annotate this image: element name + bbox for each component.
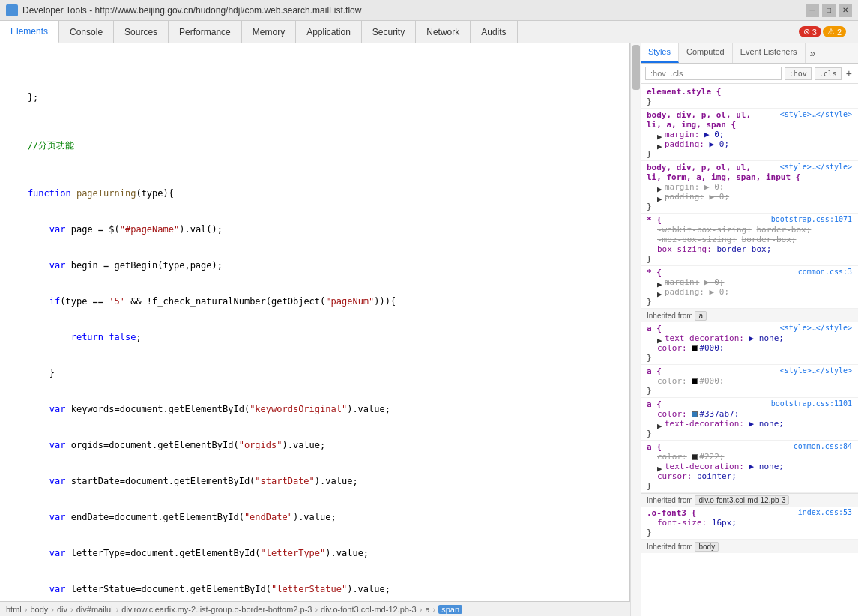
inherited-tag-body[interactable]: body bbox=[695, 542, 719, 552]
tab-elements[interactable]: Elements bbox=[0, 21, 59, 43]
breadcrumb-html[interactable]: html bbox=[6, 605, 22, 614]
style-selector-row: <style>…</style> body, div, p, ol, ul, bbox=[647, 110, 852, 120]
style-close-brace: } bbox=[647, 97, 852, 106]
minimize-button[interactable]: ─ bbox=[806, 4, 819, 17]
inherited-from-div: Inherited from div.o-font3.col-md-12.pb-… bbox=[641, 493, 858, 507]
code-line: //分页功能 bbox=[0, 139, 629, 151]
style-prop: ▶ padding: ▶ 0; bbox=[647, 287, 852, 297]
code-line: return false; bbox=[0, 331, 629, 343]
code-line: } bbox=[0, 367, 629, 379]
maximize-button[interactable]: □ bbox=[822, 4, 836, 17]
tab-security[interactable]: Security bbox=[362, 21, 416, 43]
style-rule-body2: <style>…</style> body, div, p, ol, ul, l… bbox=[641, 161, 858, 214]
tab-audits-label: Audits bbox=[481, 27, 506, 37]
code-line: var letterStatue=document.getElementById… bbox=[0, 583, 629, 595]
styles-panel: Styles Computed Event Listeners » :hov .… bbox=[641, 43, 858, 616]
tab-application[interactable]: Application bbox=[296, 21, 362, 43]
style-close-brace: } bbox=[647, 429, 852, 438]
expand-icon[interactable]: ▶ bbox=[657, 464, 663, 470]
style-source-link[interactable]: bootstrap.css:1071 bbox=[771, 215, 852, 223]
scroll-thumb[interactable] bbox=[632, 45, 640, 90]
tab-memory-label: Memory bbox=[253, 27, 285, 37]
tab-network[interactable]: Network bbox=[416, 21, 471, 43]
style-selector-row: index.css:53 .o-font3 { bbox=[647, 508, 852, 518]
filter-input[interactable] bbox=[645, 67, 782, 80]
style-rule-body1: <style>…</style> body, div, p, ol, ul, l… bbox=[641, 109, 858, 161]
style-rule-ofont3: index.css:53 .o-font3 { font-size: 16px;… bbox=[641, 507, 858, 540]
error-badges-container: ⊗ 3 ⚠ 2 bbox=[799, 21, 858, 43]
inherited-tag-div[interactable]: div.o-font3.col-md-12.pb-3 bbox=[695, 495, 789, 505]
tab-styles[interactable]: Styles bbox=[641, 43, 679, 63]
color-swatch bbox=[692, 378, 698, 384]
filter-cls-button[interactable]: .cls bbox=[815, 67, 842, 80]
inherited-tag-a[interactable]: a bbox=[695, 311, 707, 321]
style-close-brace: } bbox=[647, 297, 852, 307]
warning-icon: ⚠ bbox=[827, 27, 835, 37]
expand-icon[interactable]: ▶ bbox=[657, 184, 663, 190]
breadcrumb-div[interactable]: div bbox=[57, 605, 67, 614]
style-close-brace: } bbox=[647, 528, 852, 537]
styles-tabs: Styles Computed Event Listeners » bbox=[641, 43, 858, 64]
title-bar: Developer Tools - http://www.beijing.gov… bbox=[0, 0, 858, 21]
style-source-link[interactable]: index.css:53 bbox=[798, 508, 852, 516]
expand-icon[interactable]: ▶ bbox=[657, 336, 663, 342]
filter-hov-button[interactable]: :hov bbox=[785, 67, 812, 80]
filter-add-button[interactable]: + bbox=[845, 67, 854, 79]
styles-more-button[interactable]: » bbox=[806, 43, 821, 63]
style-source-link[interactable]: <style>…</style> bbox=[780, 163, 852, 171]
tab-event-listeners[interactable]: Event Listeners bbox=[733, 43, 806, 63]
code-line: var startDate=document.getElementById("s… bbox=[0, 475, 629, 487]
breadcrumb-div-ofont[interactable]: div.o-font3.col-md-12.pb-3 bbox=[321, 605, 417, 614]
style-prop: ▶ text-decoration: ▶ none; bbox=[647, 333, 852, 343]
main-area: }; //分页功能 function pageTurning(type){ va… bbox=[0, 43, 858, 616]
tab-sources[interactable]: Sources bbox=[114, 21, 169, 43]
tab-bar: Elements Console Sources Performance Mem… bbox=[0, 21, 858, 43]
error-badge[interactable]: ⊗ 3 bbox=[799, 26, 821, 37]
style-prop: ▶ margin: ▶ 0; bbox=[647, 277, 852, 287]
style-selector-row2: li, a, img, span { bbox=[647, 120, 852, 130]
style-prop: ▶ padding: ▶ 0; bbox=[647, 192, 852, 202]
style-prop: color: #000; bbox=[647, 376, 852, 386]
breadcrumb-a[interactable]: a bbox=[425, 605, 429, 614]
tab-computed[interactable]: Computed bbox=[679, 43, 733, 63]
tab-console[interactable]: Console bbox=[59, 21, 114, 43]
style-prop: cursor: pointer; bbox=[647, 471, 852, 481]
styles-content[interactable]: element.style { } <style>…</style> body,… bbox=[641, 84, 858, 616]
breadcrumb-body[interactable]: body bbox=[30, 605, 48, 614]
warning-badge[interactable]: ⚠ 2 bbox=[823, 26, 846, 37]
style-prop: color: #337ab7; bbox=[647, 409, 852, 419]
color-swatch bbox=[692, 345, 698, 351]
style-close-brace: } bbox=[647, 202, 852, 211]
tab-memory[interactable]: Memory bbox=[242, 21, 296, 43]
tab-elements-label: Elements bbox=[10, 26, 48, 37]
expand-icon[interactable]: ▶ bbox=[657, 280, 663, 286]
style-selector-row: common.css:3 * { bbox=[647, 268, 852, 277]
breadcrumb-span[interactable]: span bbox=[438, 605, 462, 614]
breadcrumb-div-mailul[interactable]: div#mailul bbox=[76, 605, 113, 614]
expand-icon[interactable]: ▶ bbox=[657, 194, 663, 200]
style-source-link[interactable]: <style>…</style> bbox=[780, 366, 852, 375]
tab-audits[interactable]: Audits bbox=[471, 21, 517, 43]
code-panel[interactable]: }; //分页功能 function pageTurning(type){ va… bbox=[0, 43, 630, 601]
style-source-link[interactable]: <style>…</style> bbox=[780, 324, 852, 332]
style-close-brace: } bbox=[647, 254, 852, 264]
code-line: var letterType=document.getElementById("… bbox=[0, 547, 629, 559]
style-prop: ▶ margin: ▶ 0; bbox=[647, 182, 852, 192]
breadcrumb-div-row[interactable]: div.row.clearfix.my-2.list-group.o-borde… bbox=[121, 605, 312, 614]
style-source-link[interactable]: <style>…</style> bbox=[780, 110, 852, 118]
style-selector-row2: li, form, a, img, span, input { bbox=[647, 172, 852, 182]
tab-application-label: Application bbox=[306, 27, 351, 37]
style-selector-row: <style>…</style> a { bbox=[647, 366, 852, 376]
expand-icon[interactable]: ▶ bbox=[657, 142, 663, 148]
style-source-link[interactable]: common.css:3 bbox=[798, 268, 852, 276]
expand-icon[interactable]: ▶ bbox=[657, 421, 663, 427]
tab-performance[interactable]: Performance bbox=[169, 21, 242, 43]
style-prop: color: #000; bbox=[647, 343, 852, 353]
style-prop: font-size: 16px; bbox=[647, 518, 852, 528]
style-source-link[interactable]: bootstrap.css:1101 bbox=[771, 399, 852, 408]
style-source-link[interactable]: common.css:84 bbox=[794, 442, 852, 450]
expand-icon[interactable]: ▶ bbox=[657, 132, 663, 138]
close-button[interactable]: ✕ bbox=[839, 4, 852, 17]
expand-icon[interactable]: ▶ bbox=[657, 289, 663, 295]
code-scrollbar[interactable] bbox=[630, 43, 641, 616]
